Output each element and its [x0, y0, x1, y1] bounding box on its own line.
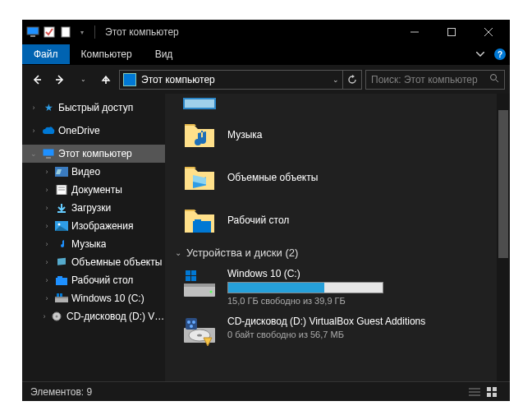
folder-item[interactable]: Объемные объекты	[173, 156, 502, 199]
scroll-thumb[interactable]	[498, 110, 508, 258]
window-title: Этот компьютер	[105, 26, 179, 38]
search-box[interactable]: Поиск: Этот компьютер	[365, 70, 505, 90]
item-icon	[55, 292, 68, 305]
sidebar-item[interactable]: ›Рабочий стол	[22, 271, 165, 289]
section-devices[interactable]: ⌄ Устройства и диски (2)	[173, 242, 502, 263]
quick-access-toolbar: ▾	[25, 25, 89, 39]
sidebar-item-label: Рабочий стол	[71, 274, 133, 286]
recent-dropdown-icon[interactable]: ⌄	[73, 70, 93, 90]
drive-usage-fill	[228, 283, 324, 293]
tab-computer[interactable]: Компьютер	[70, 44, 144, 64]
item-icon	[55, 237, 68, 251]
svg-point-40	[210, 291, 213, 293]
folder-icon	[181, 161, 218, 194]
drive-item[interactable]: Windows 10 (C:)15,0 ГБ свободно из 39,9 …	[173, 263, 502, 311]
view-tiles-button[interactable]	[484, 385, 502, 399]
chevron-right-icon[interactable]: ›	[42, 312, 47, 320]
sidebar-item[interactable]: ›Музыка	[22, 235, 165, 253]
pc-icon	[42, 147, 55, 160]
svg-rect-24	[56, 278, 67, 285]
sidebar-item-label: Windows 10 (C:)	[71, 293, 144, 304]
folder-item[interactable]: Рабочий стол	[173, 199, 502, 242]
sidebar-item-label: Документы	[71, 184, 122, 196]
document-icon[interactable]	[58, 25, 73, 39]
chevron-right-icon[interactable]: ›	[29, 104, 39, 112]
svg-point-31	[55, 316, 57, 318]
sidebar-onedrive[interactable]: › OneDrive	[22, 122, 165, 140]
item-icon	[55, 201, 68, 214]
sidebar-item[interactable]: ›Объемные объекты	[22, 253, 165, 271]
qat-dropdown-icon[interactable]: ▾	[75, 25, 89, 39]
address-bar[interactable]: Этот компьютер ⌄	[119, 70, 343, 90]
svg-rect-37	[195, 219, 201, 223]
chevron-right-icon[interactable]: ›	[42, 186, 52, 194]
back-button[interactable]	[27, 70, 47, 90]
drive-item[interactable]: CD-дисковод (D:) VirtualBox Guest Additi…	[173, 311, 502, 353]
sidebar-item-label: Объемные объекты	[71, 256, 162, 268]
section-label: Устройства и диски (2)	[186, 247, 298, 259]
maximize-button[interactable]	[433, 20, 470, 44]
item-icon	[55, 274, 68, 287]
view-details-button[interactable]	[466, 385, 484, 399]
chevron-right-icon[interactable]: ›	[42, 204, 52, 212]
folder-item-partial[interactable]	[173, 97, 502, 113]
chevron-right-icon[interactable]: ›	[42, 240, 52, 248]
folder-label: Объемные объекты	[227, 172, 318, 183]
svg-rect-42	[191, 270, 196, 275]
help-button[interactable]: ?	[490, 44, 510, 64]
svg-rect-29	[60, 293, 62, 297]
ribbon-collapse-icon[interactable]	[470, 44, 490, 64]
svg-line-12	[496, 80, 498, 82]
navigation-bar: ⌄ Этот компьютер ⌄ Поиск: Этот компьютер	[22, 64, 510, 94]
sidebar-item[interactable]: ›Windows 10 (C:)	[22, 289, 165, 307]
titlebar[interactable]: ▾ Этот компьютер	[22, 20, 510, 44]
svg-rect-25	[57, 276, 62, 279]
folder-label: Музыка	[227, 129, 262, 141]
sidebar-item[interactable]: ›Видео	[22, 163, 165, 181]
svg-rect-33	[185, 99, 214, 108]
chevron-down-icon[interactable]: ⌄	[29, 150, 39, 158]
scrollbar[interactable]	[497, 94, 510, 381]
address-dropdown-icon[interactable]: ⌄	[332, 76, 339, 84]
tab-file[interactable]: Файл	[22, 44, 70, 64]
svg-rect-57	[493, 387, 497, 391]
sidebar-item[interactable]: ›Документы	[22, 181, 165, 199]
chevron-right-icon[interactable]: ›	[42, 276, 52, 284]
sidebar-quick-access[interactable]: › ★ Быстрый доступ	[22, 99, 165, 117]
ribbon-tabs: Файл Компьютер Вид ?	[22, 44, 510, 64]
chevron-right-icon[interactable]: ›	[42, 258, 52, 266]
chevron-down-icon[interactable]: ⌄	[175, 248, 181, 257]
svg-rect-5	[447, 29, 455, 36]
content-pane[interactable]: МузыкаОбъемные объектыРабочий стол ⌄ Уст…	[165, 94, 510, 381]
item-icon	[55, 256, 68, 269]
svg-point-11	[491, 75, 497, 81]
up-button[interactable]	[96, 70, 116, 90]
close-button[interactable]	[470, 20, 507, 44]
navigation-pane[interactable]: › ★ Быстрый доступ › OneDrive ⌄ Этот ком…	[22, 94, 165, 381]
sidebar-item-label: CD-дисковод (D:) VirtualBox Guest Additi…	[66, 311, 165, 322]
forward-button[interactable]	[50, 70, 70, 90]
status-bar: Элементов: 9	[22, 381, 510, 401]
svg-rect-56	[487, 387, 491, 391]
drive-icon	[181, 316, 218, 348]
svg-rect-58	[487, 393, 491, 397]
chevron-right-icon[interactable]: ›	[29, 127, 39, 135]
svg-point-51	[190, 325, 193, 328]
svg-point-22	[58, 224, 61, 226]
refresh-button[interactable]	[342, 70, 362, 90]
chevron-right-icon[interactable]: ›	[42, 294, 52, 302]
chevron-right-icon[interactable]: ›	[42, 168, 52, 176]
sidebar-item[interactable]: ›Изображения	[22, 217, 165, 235]
sidebar-this-pc[interactable]: ⌄ Этот компьютер	[22, 145, 165, 163]
folder-label: Рабочий стол	[227, 214, 289, 226]
svg-rect-41	[186, 270, 190, 275]
chevron-right-icon[interactable]: ›	[42, 222, 52, 230]
minimize-button[interactable]	[396, 20, 433, 44]
tab-view[interactable]: Вид	[144, 44, 185, 64]
folder-item[interactable]: Музыка	[173, 113, 502, 156]
search-icon	[489, 73, 499, 85]
svg-point-49	[187, 320, 190, 324]
sidebar-item[interactable]: ›Загрузки	[22, 199, 165, 217]
sidebar-item[interactable]: ›CD-дисковод (D:) VirtualBox Guest Addit…	[22, 307, 165, 325]
checkbox-icon[interactable]	[42, 25, 57, 39]
